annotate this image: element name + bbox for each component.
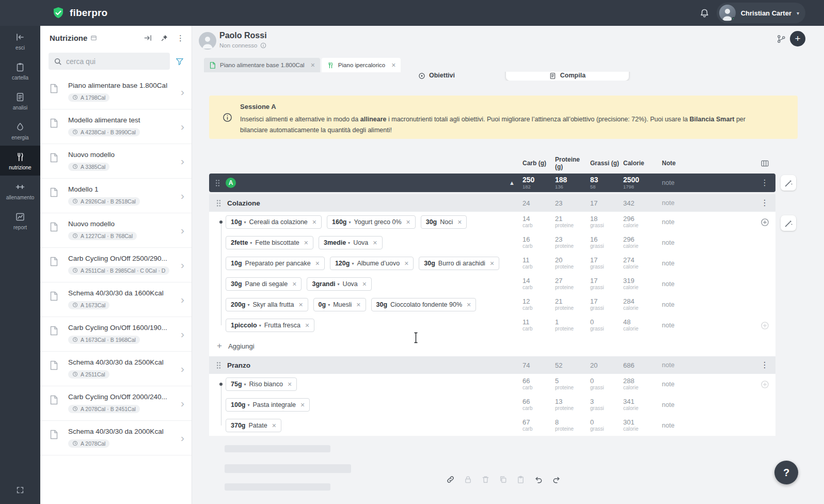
fullscreen-button[interactable] [0,477,40,504]
plan-list-item[interactable]: Carb Cycling On/Off 2000/240... A 2078Ca… [40,386,192,421]
lock-icon[interactable] [464,475,472,484]
kebab-menu-icon[interactable]: ⋮ [760,179,769,187]
food-chip[interactable]: 2fette ▾ Fette biscottate × [226,236,313,249]
note-field[interactable]: note [652,179,754,186]
collapse-caret-icon[interactable]: ▲ [509,180,515,186]
quantity-dropdown[interactable]: 2fette [231,239,248,246]
smart-balance-wand-button[interactable] [781,215,796,231]
plan-list-item[interactable]: Carb Cycling On/Off 2500/290... A 2511Ca… [40,248,192,282]
remove-food-icon[interactable]: × [404,259,408,267]
note-field[interactable]: note [652,239,754,246]
note-field[interactable]: note [652,401,754,408]
remove-food-icon[interactable]: × [315,259,320,267]
kebab-menu-icon[interactable]: ⋮ [760,199,769,207]
plan-list-item[interactable]: Carb Cycling On/Off 1600/190... A 1673Ca… [40,317,192,352]
remove-food-icon[interactable]: × [457,218,462,226]
quantity-dropdown[interactable]: 75g [231,381,242,388]
info-icon[interactable] [260,42,266,49]
sidebar-item-cartella[interactable]: cartella [0,56,40,86]
note-field[interactable]: note [652,260,754,267]
filter-funnel-icon[interactable] [175,57,184,66]
sidebar-item-analisi[interactable]: analisi [0,86,40,116]
add-alternative-button[interactable] [760,321,769,330]
quantity-dropdown[interactable]: 10g [231,218,242,226]
plan-list-item[interactable]: Schema 40/30/30 da 2000Kcal A 2078Cal › [40,421,192,455]
add-plan-button[interactable]: + [790,31,805,46]
remove-food-icon[interactable]: × [467,301,471,309]
remove-food-icon[interactable]: × [304,239,308,247]
quantity-dropdown[interactable]: 160g [332,218,347,226]
quantity-dropdown[interactable]: 30g [424,260,435,267]
quantity-dropdown[interactable]: 30g [231,280,242,288]
plan-list-item[interactable]: Nuovo modello A 1227Cal · B 768Cal › [40,213,192,248]
food-chip[interactable]: 75g ▾ Riso bianco × [226,377,297,391]
food-chip[interactable]: 30g Pane di segale × [226,277,302,291]
food-chip[interactable]: 10g ▾ Cereali da colazione × [226,215,322,229]
columns-layout-icon[interactable] [760,159,769,168]
sidebar-item-nutrizione[interactable]: nutrizione [0,146,40,176]
quantity-dropdown[interactable]: 370g [231,422,246,429]
remove-food-icon[interactable]: × [292,280,296,288]
user-menu[interactable]: Christian Carter ▾ [717,3,805,23]
smart-balance-wand-button[interactable] [781,175,796,191]
tab-piano-alimentare-base[interactable]: Piano alimentare base 1.800Cal × [204,58,320,72]
plan-list-item[interactable]: Schema 40/30/30 da 2500Kcal A 2511Cal › [40,352,192,386]
quantity-dropdown[interactable]: 1piccolo [231,322,257,329]
note-field[interactable]: note [652,361,754,369]
plan-list-item[interactable]: Modello 1 A 2926Cal · B 2518Cal › [40,179,192,213]
add-food-row[interactable]: + Aggiungi [209,336,775,356]
link-icon[interactable] [446,475,455,484]
dock-panel-icon[interactable] [144,34,152,42]
remove-food-icon[interactable]: × [272,421,276,430]
note-field[interactable]: note [652,199,754,207]
quantity-dropdown[interactable]: 30g [426,218,437,226]
food-chip[interactable]: 3medie ▾ Uova × [319,236,382,249]
remove-food-icon[interactable]: × [373,239,377,247]
note-field[interactable]: note [652,280,754,288]
food-chip[interactable]: 0g ▾ Muesli × [313,298,366,311]
quantity-dropdown[interactable]: 200g [231,301,246,308]
quantity-dropdown[interactable]: 120g [335,260,350,267]
sidebar-item-report[interactable]: report [0,206,40,235]
close-tab-icon[interactable]: × [391,61,395,69]
plan-list-item[interactable]: Nuovo modello A 3385Cal › [40,144,192,179]
remove-food-icon[interactable]: × [312,218,316,226]
redo-icon[interactable] [552,475,561,484]
notifications-bell-icon[interactable] [700,8,709,18]
drag-handle-icon[interactable] [216,199,221,207]
kebab-menu-icon[interactable]: ⋮ [177,34,184,42]
quantity-dropdown[interactable]: 30g [376,301,388,308]
note-field[interactable]: note [652,381,754,388]
note-field[interactable]: note [652,322,754,329]
food-chip[interactable]: 160g ▾ Yogurt greco 0% × [327,215,416,229]
food-chip[interactable]: 30g Cioccolato fondente 90% × [371,298,477,311]
plan-list-item[interactable]: Modello alimentare test A 4238Cal · B 39… [40,109,192,144]
tab-piano-ipercalorico[interactable]: Piano ipercalorico × [322,58,401,72]
plan-list-item[interactable]: Piano alimentare base 1.800Cal A 1798Cal… [40,75,192,109]
paste-icon[interactable] [516,475,525,484]
food-chip[interactable]: 370g Patate × [226,419,281,432]
drag-handle-icon[interactable] [216,361,221,369]
remove-food-icon[interactable]: × [288,380,292,388]
remove-food-icon[interactable]: × [305,321,309,329]
copy-icon[interactable] [499,475,508,484]
quantity-dropdown[interactable]: 100g [231,401,246,408]
food-chip[interactable]: 120g ▾ Albume d’uovo × [330,257,414,270]
remove-food-icon[interactable]: × [362,280,367,288]
plan-list-item[interactable]: Schema 40/30/30 da 1600Kcal A 1673Cal › [40,282,192,317]
help-button[interactable]: ? [774,461,798,484]
remove-food-icon[interactable]: × [298,301,303,309]
quantity-dropdown[interactable]: 3grandi [312,280,335,288]
sidebar-item-allenamento[interactable]: allenamento [0,176,40,206]
food-chip[interactable]: 3grandi ▾ Uova × [307,277,372,291]
sidebar-item-energia[interactable]: energia [0,116,40,146]
close-tab-icon[interactable]: × [311,61,315,69]
note-field[interactable]: note [652,422,754,429]
remove-food-icon[interactable]: × [356,301,360,309]
undo-icon[interactable] [534,475,543,484]
quantity-dropdown[interactable]: 10g [231,260,242,267]
add-alternative-button[interactable] [760,380,769,389]
quantity-dropdown[interactable]: 3medie [324,239,346,246]
food-chip[interactable]: 30g Noci × [421,215,467,229]
note-field[interactable]: note [652,218,754,226]
